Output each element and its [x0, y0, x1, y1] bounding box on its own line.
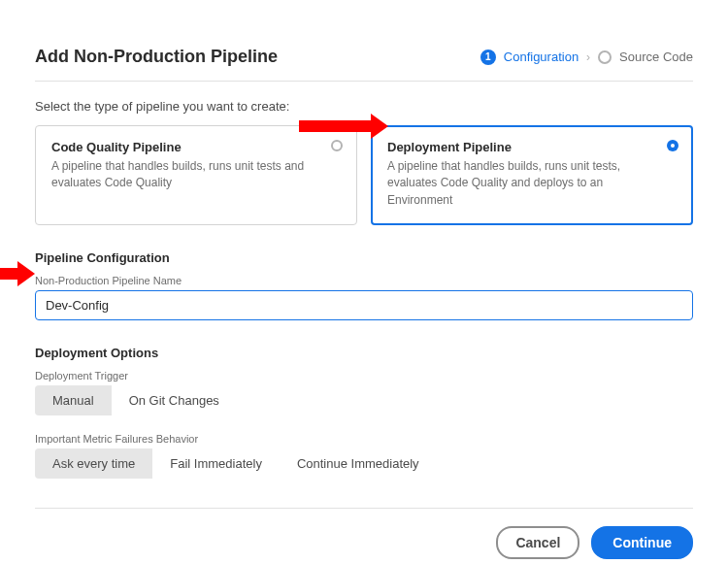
metric-failures-label: Important Metric Failures Behavior	[35, 433, 693, 445]
trigger-manual-button[interactable]: Manual	[35, 385, 112, 415]
metric-failures-segment: Ask every time Fail Immediately Continue…	[35, 448, 437, 479]
step-2-label: Source Code	[619, 50, 693, 64]
metrics-continue-button[interactable]: Continue Immediately	[280, 448, 437, 479]
trigger-git-button[interactable]: On Git Changes	[112, 385, 237, 415]
continue-button[interactable]: Continue	[591, 526, 693, 559]
card-title: Deployment Pipeline	[387, 140, 649, 154]
radio-selected-icon	[667, 140, 678, 151]
step-2-badge	[598, 50, 612, 64]
chevron-right-icon: ›	[586, 50, 590, 64]
metrics-ask-button[interactable]: Ask every time	[35, 448, 152, 479]
pipeline-type-prompt: Select the type of pipeline you want to …	[35, 99, 693, 114]
cancel-button[interactable]: Cancel	[496, 526, 579, 559]
card-desc: A pipeline that handles builds, runs uni…	[51, 158, 314, 192]
deployment-trigger-segment: Manual On Git Changes	[35, 385, 237, 415]
metrics-fail-button[interactable]: Fail Immediately	[152, 448, 280, 479]
pipeline-name-input[interactable]	[35, 290, 693, 320]
card-title: Code Quality Pipeline	[51, 140, 314, 154]
page-title: Add Non-Production Pipeline	[35, 47, 278, 67]
card-deployment-pipeline[interactable]: Deployment Pipeline A pipeline that hand…	[371, 125, 693, 225]
card-code-quality-pipeline[interactable]: Code Quality Pipeline A pipeline that ha…	[35, 125, 357, 225]
section-pipeline-configuration: Pipeline Configuration	[35, 250, 693, 265]
card-desc: A pipeline that handles builds, runs uni…	[387, 158, 649, 209]
deployment-trigger-label: Deployment Trigger	[35, 370, 693, 382]
pipeline-name-label: Non-Production Pipeline Name	[35, 275, 693, 286]
step-1-label[interactable]: Configuration	[504, 50, 579, 64]
stepper: 1 Configuration › Source Code	[480, 50, 693, 65]
section-deployment-options: Deployment Options	[35, 346, 693, 360]
annotation-arrow-icon	[0, 268, 19, 280]
annotation-arrow-icon	[299, 120, 373, 132]
radio-icon	[331, 140, 343, 151]
step-1-badge: 1	[480, 50, 496, 65]
